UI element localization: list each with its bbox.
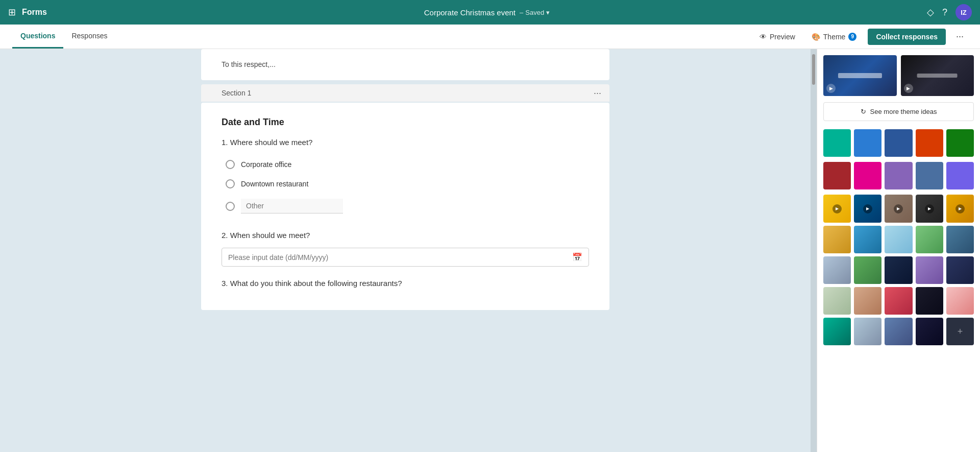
saved-chevron-icon[interactable]: ▾ <box>546 9 550 16</box>
color-swatch-red[interactable] <box>823 162 851 189</box>
main-question-card: Date and Time 1. Where should we meet? C… <box>201 103 609 310</box>
nav-tabs: Questions Responses <box>12 25 116 49</box>
pattern-swatch-gold[interactable] <box>823 226 851 253</box>
topbar-center: Corporate Christmas event – Saved ▾ <box>47 8 927 17</box>
theme-palette-icon: 🎨 <box>812 33 820 41</box>
user-avatar[interactable]: IZ <box>955 4 972 20</box>
radio-label-0: Corporate office <box>241 160 291 169</box>
play-icon-dark: ▶ <box>904 84 913 93</box>
pattern-swatch-skyblue[interactable] <box>854 226 881 253</box>
q1-options: Corporate office Downtown restaurant <box>226 155 589 219</box>
pattern-grid-1: ▶ ▶ ▶ ▶ ▶ <box>817 195 980 225</box>
pattern-swatch-lightblue[interactable] <box>885 226 912 253</box>
pattern-swatch-brown[interactable]: ▶ <box>885 195 912 222</box>
color-swatch-teal[interactable] <box>823 129 851 157</box>
color-swatch-orange[interactable] <box>916 129 943 157</box>
color-swatch-magenta[interactable] <box>854 162 881 189</box>
pattern-swatch-amber[interactable]: ▶ <box>946 195 974 222</box>
radio-option-1[interactable]: Downtown restaurant <box>226 174 589 194</box>
pattern-swatch-lightgray[interactable] <box>854 318 881 345</box>
pattern-grid-2 <box>817 226 980 256</box>
pattern-swatch-dark[interactable]: ▶ <box>916 195 943 222</box>
pattern-grid-3 <box>817 256 980 287</box>
theme-badge: 9 <box>848 33 856 41</box>
pattern-swatch-navy[interactable] <box>885 256 912 284</box>
radio-circle-1[interactable] <box>226 179 235 188</box>
q2-number: 2. <box>222 231 228 240</box>
pattern-grid-4: Customized Theme <box>817 287 980 318</box>
pattern-swatch-darknavy[interactable] <box>916 318 943 345</box>
pattern-swatch-blue2[interactable]: ▶ <box>854 195 881 222</box>
pattern-swatch-slate[interactable] <box>946 226 974 253</box>
radio-option-other[interactable] <box>226 194 589 219</box>
section-title: Date and Time <box>222 117 589 128</box>
theme-thumbs-top: ▶ ▶ <box>817 49 980 100</box>
intro-text: To this respect,... <box>222 59 589 70</box>
question-2-label: 2. When should we meet? <box>222 231 589 240</box>
pattern-swatch-lightgreen[interactable] <box>916 226 943 253</box>
pattern-grid-5: + <box>817 318 980 348</box>
radio-circle-other[interactable] <box>226 202 235 211</box>
color-grid-2 <box>817 162 980 195</box>
date-input[interactable] <box>228 253 572 261</box>
color-swatch-purple[interactable] <box>885 162 912 189</box>
pattern-swatch-grayblue[interactable] <box>823 256 851 284</box>
pattern-swatch-sage[interactable] <box>823 287 851 315</box>
app-title: Forms <box>22 8 47 17</box>
play-icon: ▶ <box>925 204 934 213</box>
radio-circle-0[interactable] <box>226 160 235 169</box>
pattern-swatch-teal2[interactable] <box>823 318 851 345</box>
pattern-swatch-lavender[interactable] <box>916 256 943 284</box>
other-input[interactable] <box>241 199 343 213</box>
help-icon-btn[interactable]: ? <box>942 7 947 18</box>
pattern-swatch-bluewavy[interactable] <box>885 318 912 345</box>
theme-thumb-dark[interactable]: ▶ <box>901 55 974 96</box>
play-icon-blue: ▶ <box>826 84 836 93</box>
theme-button[interactable]: 🎨 Theme 9 <box>806 30 862 44</box>
pattern-swatch-rose[interactable] <box>885 287 912 315</box>
section-more-button[interactable]: ··· <box>594 88 601 98</box>
tab-questions[interactable]: Questions <box>12 25 63 49</box>
q3-number: 3. <box>222 279 228 288</box>
pattern-swatch-indigo[interactable] <box>946 256 974 284</box>
q2-text: When should we meet? <box>230 231 310 240</box>
navbar-right: 👁 Preview 🎨 Theme 9 Collect responses ··… <box>754 29 968 45</box>
radio-option-0[interactable]: Corporate office <box>226 155 589 174</box>
question-1-label: 1. Where should we meet? <box>222 138 589 147</box>
calendar-icon: 📅 <box>572 252 582 262</box>
color-swatch-darkblue[interactable] <box>885 129 912 157</box>
saved-dash: – <box>520 9 523 16</box>
color-swatch-violet[interactable] <box>946 162 974 189</box>
q1-text: Where should we meet? <box>230 138 313 147</box>
q3-text: What do you think about the following re… <box>230 279 402 288</box>
tab-responses[interactable]: Responses <box>63 25 115 49</box>
theme-thumb-blue[interactable]: ▶ <box>823 55 897 96</box>
intro-card: To this respect,... <box>201 49 609 80</box>
more-options-button[interactable]: ··· <box>952 29 968 44</box>
pattern-swatch-tan[interactable] <box>854 287 881 315</box>
collect-responses-button[interactable]: Collect responses <box>868 29 946 45</box>
saved-indicator: – Saved ▾ <box>520 9 550 16</box>
diamond-icon-btn[interactable]: ◇ <box>927 7 934 18</box>
color-swatch-steel[interactable] <box>916 162 943 189</box>
see-more-themes-button[interactable]: ↻ See more theme ideas <box>823 102 974 121</box>
pattern-swatch-brightgreen[interactable] <box>854 256 881 284</box>
play-icon: ▶ <box>832 204 842 213</box>
play-icon: ▶ <box>955 204 965 213</box>
pattern-swatch-charcoal[interactable] <box>916 287 943 315</box>
question-3-label: 3. What do you think about the following… <box>222 279 589 288</box>
form-title: Corporate Christmas event <box>424 8 516 17</box>
color-swatch-green[interactable] <box>946 129 974 157</box>
scroll-thumb[interactable] <box>812 54 815 85</box>
pattern-swatch-pink-customized[interactable]: Customized Theme <box>946 287 974 315</box>
color-swatch-blue[interactable] <box>854 129 881 157</box>
preview-button[interactable]: 👁 Preview <box>754 30 800 44</box>
preview-icon: 👁 <box>760 33 767 41</box>
date-input-wrapper: 📅 <box>222 248 589 267</box>
app-grid-icon[interactable]: ⊞ <box>8 7 16 18</box>
pattern-swatch-yellow[interactable]: ▶ <box>823 195 851 222</box>
section-header: Section 1 ··· <box>201 84 609 102</box>
pattern-swatch-icon[interactable]: + <box>946 318 974 345</box>
add-theme-icon: + <box>958 326 963 337</box>
main-layout: To this respect,... Section 1 ··· Date a… <box>0 49 980 452</box>
